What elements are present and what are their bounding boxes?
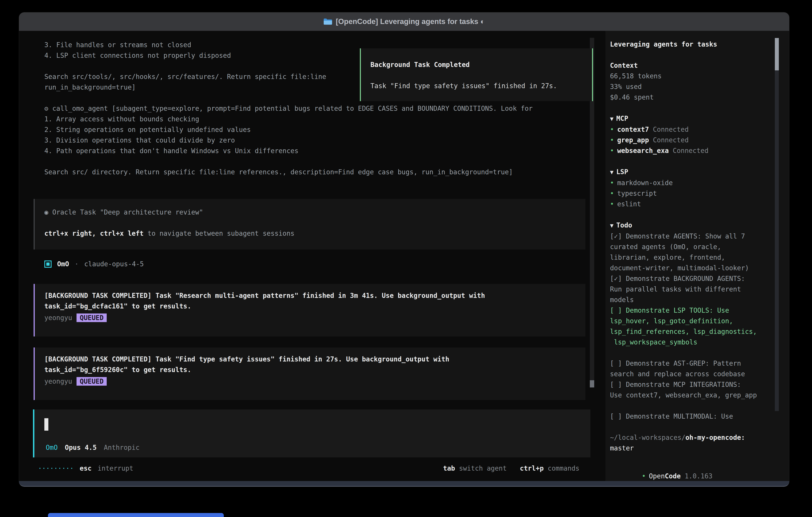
todo-section-header[interactable]: ▼Todo [610,220,774,231]
background-task-message: [BACKGROUND TASK COMPLETED] Task "Resear… [34,284,585,336]
mcp-item: •context7 Connected [610,124,774,135]
tool-call-line: ⚙ call_omo_agent [subagent_type=explore,… [45,103,592,114]
context-tokens: 66,518 tokens [610,71,774,81]
sidebar-scrollbar-thumb[interactable] [775,38,779,71]
input-agent-label: OmO [46,444,58,452]
input-model-label: Opus 4.5 [65,444,97,452]
tab-key-label: switch agent [459,464,506,472]
status-dot-icon: • [610,136,614,144]
oracle-task-title: ◉ Oracle Task "Deep architecture review" [45,207,585,218]
status-dot-icon: • [642,472,646,480]
tool-call-text: call_omo_agent [subagent_type=explore, p… [52,105,533,112]
agent-name: OmO [57,260,69,268]
todo-item-done: [✓] Demonstrate BACKGROUND AGENTS: Run p… [610,273,774,305]
task-message-line: task_id="bg_6f59260c" to get results. [45,364,585,375]
window-title-text: [OpenCode] Leveraging agents for tasks ◐ [336,18,485,26]
lsp-item: •markdown-oxide [610,178,774,188]
agent-separator: · [75,260,79,268]
workspace-path: ~/local-workspaces/oh-my-opencode: maste… [610,432,774,454]
chat-main-pane: 3. File handles or streams not closed 4.… [19,31,605,481]
esc-key-label: interrupt [97,464,133,472]
main-scrollbar-thumb[interactable] [590,380,594,387]
toast-title: Background Task Completed [371,61,582,69]
task-message-line: [BACKGROUND TASK COMPLETED] Task "Resear… [45,290,585,301]
desktop: [OpenCode] Leveraging agents for tasks ◐… [0,0,812,517]
todo-item-pending: [ ] Demonstrate MULTIMODAL: Use [610,411,774,421]
gear-icon: ⚙ [45,105,48,112]
context-heading: Context [610,60,774,71]
scrollback-line: 3. Division operations that could divide… [45,135,592,145]
todo-item-active: [ ] Demonstrate LSP TOOLS: Use lsp_hover… [610,305,774,348]
todo-item-pending: [ ] Demonstrate AST-GREP: Pattern search… [610,358,774,379]
mcp-item: •grep_app Connected [610,135,774,145]
scrollback-line: 2. String operations on potentially unde… [45,124,592,135]
status-dot-icon: • [610,200,614,208]
task-user: yeongyu [45,377,72,385]
chevron-down-icon: ▼ [610,222,613,229]
text-cursor [45,418,48,431]
toast-body: Task "Find type safety issues" finished … [371,82,582,90]
ctrlp-key-label: commands [548,464,579,472]
status-left: ········· esc interrupt [38,464,133,472]
status-dot-icon: • [610,190,614,197]
scrollback-line: 4. Path operations that don't handle Win… [45,145,592,156]
chevron-down-icon: ▼ [610,169,613,175]
window-bottom-strip [19,481,789,487]
oracle-task-hint: ctrl+x right, ctrl+x left to navigate be… [45,228,585,239]
mcp-section-header[interactable]: ▼MCP [610,113,774,124]
lsp-item: •typescript [610,188,774,199]
status-dot-icon: • [610,179,614,187]
queued-badge: QUEUED [77,377,107,386]
lsp-section-header[interactable]: ▼LSP [610,166,774,178]
background-task-message: [BACKGROUND TASK COMPLETED] Task "Find t… [34,348,585,400]
todo-item-done: [✓] Demonstrate AGENTS: Show all 7 curat… [610,231,774,273]
task-message-line: task_id="bg_dcfac161" to get results. [45,301,585,311]
input-meta: OmO Opus 4.5 Anthropic [46,444,140,452]
opencode-terminal-window: [OpenCode] Leveraging agents for tasks ◐… [19,12,789,487]
agent-model: claude-opus-4-5 [84,260,144,268]
fisheye-icon: ◉ [45,208,48,216]
mcp-item: •websearch_exa Connected [610,145,774,156]
window-titlebar[interactable]: [OpenCode] Leveraging agents for tasks ◐ [19,12,789,31]
oracle-task-panel: ◉ Oracle Task "Deep architecture review"… [34,199,585,249]
queued-badge: QUEUED [77,314,107,322]
sidebar-scrollbar-track[interactable] [775,71,779,411]
omo-agent-icon [45,261,52,268]
prompt-input[interactable]: OmO Opus 4.5 Anthropic [33,409,590,457]
lsp-item: •eslint [610,199,774,209]
opencode-version: •OpenCode 1.0.163 [610,464,713,481]
session-title: Leveraging agents for tasks [610,39,774,50]
scrollback-line: 1. Array access without bounds checking [45,114,592,124]
scrollback-line: Search src/ directory. Return specific f… [45,167,592,177]
folder-icon [323,18,332,25]
background-task-toast: Background Task Completed Task "Find typ… [360,48,593,101]
git-branch: master [610,443,774,454]
window-title: [OpenCode] Leveraging agents for tasks ◐ [323,18,485,26]
context-used: 33% used [610,81,774,92]
ctrlp-key-hint: ctrl+p [520,464,544,472]
status-dot-icon: • [610,126,614,133]
spinner-icon: ········· [38,464,74,472]
chevron-down-icon: ▼ [610,115,613,122]
input-provider-label: Anthropic [104,444,140,452]
status-right: tab switch agent ctrl+p commands [443,464,579,472]
context-spent: $0.46 spent [610,92,774,103]
status-bar: ········· esc interrupt tab switch agent… [38,464,592,473]
status-dot-icon: • [610,147,614,155]
task-message-line: [BACKGROUND TASK COMPLETED] Task "Find t… [45,354,585,364]
session-sidebar: Leveraging agents for tasks Context 66,5… [605,31,789,481]
esc-key-hint: esc [80,464,92,472]
scrollback-line [45,156,592,167]
todo-item-pending: [ ] Demonstrate MCP INTEGRATIONS: Use co… [610,379,774,401]
background-window-edge[interactable] [48,513,224,517]
agent-header: OmO · claude-opus-4-5 [45,260,144,268]
keybind-text: ctrl+x right, ctrl+x left [45,229,144,237]
task-user: yeongyu [45,314,72,322]
tab-key-hint: tab [443,464,455,472]
